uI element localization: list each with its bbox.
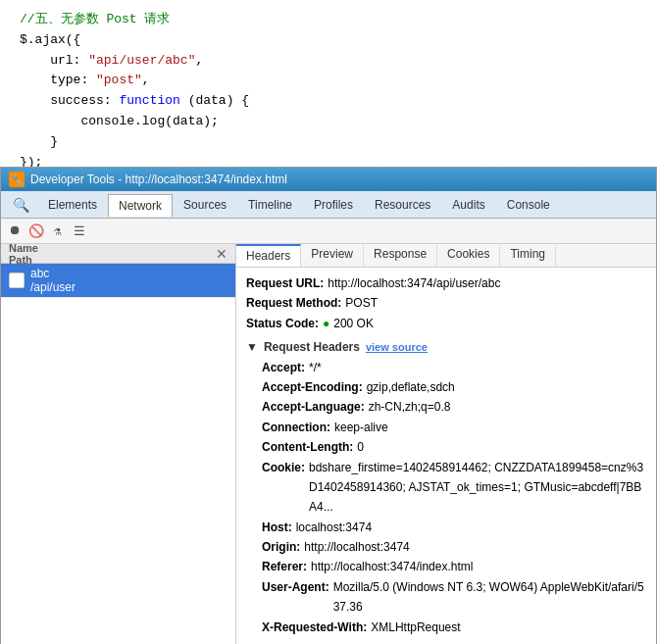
x-requested-with-value: XMLHttpRequest — [371, 618, 460, 637]
tab-profiles[interactable]: Profiles — [303, 193, 364, 216]
request-method-row: Request Method: POST — [246, 293, 646, 313]
connection-value: keep-alive — [334, 418, 388, 437]
right-panel: Headers Preview Response Cookies Timing … — [236, 244, 656, 644]
view-source-1[interactable]: view source — [366, 338, 428, 357]
code-line-4: success: function (data) { — [20, 91, 637, 112]
clear-button[interactable]: 🚫 — [28, 223, 44, 239]
network-item-name: abc — [30, 267, 76, 280]
origin-label: Origin: — [262, 537, 300, 557]
code-line-7: }); — [20, 153, 637, 167]
cookie-label: Cookie: — [262, 458, 305, 518]
accept-row: Accept: */* — [246, 358, 646, 377]
user-agent-value: Mozilla/5.0 (Windows NT 6.3; WOW64) Appl… — [333, 577, 646, 618]
path-label: NamePath — [9, 244, 38, 266]
right-content: Request URL: http://localhost:3474/api/u… — [236, 268, 656, 644]
accept-encoding-label: Accept-Encoding: — [262, 377, 363, 397]
connection-row: Connection: keep-alive — [246, 418, 646, 437]
record-button[interactable]: ⏺ — [7, 223, 23, 239]
request-url-label: Request URL: — [246, 273, 324, 293]
right-tab-response[interactable]: Response — [364, 244, 437, 267]
referer-value: http://localhost:3474/index.html — [311, 557, 473, 576]
origin-value: http://localhost:3474 — [304, 537, 409, 557]
code-line-3: type: "post", — [20, 71, 637, 91]
status-code-row: Status Code: ● 200 OK — [246, 314, 646, 333]
host-value: localhost:3474 — [296, 518, 372, 537]
right-tab-cookies[interactable]: Cookies — [437, 244, 500, 267]
right-tab-headers[interactable]: Headers — [236, 244, 301, 267]
request-method-value: POST — [345, 293, 378, 313]
status-code-label: Status Code: — [246, 314, 319, 333]
cookie-value: bdshare_firstime=1402458914462; CNZZDATA… — [309, 458, 646, 518]
code-line-1: $.ajax({ — [20, 30, 637, 51]
tab-console[interactable]: Console — [496, 193, 561, 216]
search-tab-icon[interactable]: 🔍 — [5, 193, 37, 217]
connection-label: Connection: — [262, 418, 330, 437]
code-line-2: url: "api/user/abc", — [20, 51, 637, 72]
accept-encoding-row: Accept-Encoding: gzip,deflate,sdch — [246, 377, 646, 397]
request-url-row: Request URL: http://localhost:3474/api/u… — [246, 273, 646, 293]
tab-audits[interactable]: Audits — [441, 193, 495, 216]
origin-row: Origin: http://localhost:3474 — [246, 537, 646, 557]
right-tab-timing[interactable]: Timing — [500, 244, 556, 267]
file-icon — [9, 272, 25, 288]
referer-row: Referer: http://localhost:3474/index.htm… — [246, 557, 646, 576]
cookie-row: Cookie: bdshare_firstime=1402458914462; … — [246, 458, 646, 518]
left-panel-header: NamePath ✕ — [1, 244, 235, 264]
user-agent-label: User-Agent: — [262, 577, 329, 618]
tab-network[interactable]: Network — [108, 194, 173, 217]
host-label: Host: — [262, 518, 292, 537]
close-panel-button[interactable]: ✕ — [216, 246, 227, 262]
accept-encoding-value: gzip,deflate,sdch — [367, 377, 455, 397]
accept-language-row: Accept-Language: zh-CN,zh;q=0.8 — [246, 397, 646, 417]
devtools-title: Developer Tools - http://localhost:3474/… — [30, 173, 287, 186]
network-item-content: abc /api/user — [30, 267, 76, 294]
code-area: //五、无参数 Post 请求 $.ajax({ url: "api/user/… — [0, 0, 657, 167]
list-button[interactable]: ☰ — [72, 223, 87, 239]
code-line-5: console.log(data); — [20, 112, 637, 132]
code-line-6: } — [20, 132, 637, 153]
network-list: abc /api/user — [1, 264, 235, 644]
user-agent-row: User-Agent: Mozilla/5.0 (Windows NT 6.3;… — [246, 577, 646, 618]
tab-timeline[interactable]: Timeline — [237, 193, 303, 216]
status-dot: ● — [323, 314, 329, 333]
referer-label: Referer: — [262, 557, 307, 576]
tab-elements[interactable]: Elements — [37, 193, 108, 216]
right-tab-bar: Headers Preview Response Cookies Timing — [236, 244, 656, 268]
tab-sources[interactable]: Sources — [173, 193, 237, 216]
accept-language-value: zh-CN,zh;q=0.8 — [369, 397, 451, 417]
request-method-label: Request Method: — [246, 293, 341, 313]
accept-value: */* — [309, 358, 322, 377]
code-comment: //五、无参数 Post 请求 — [20, 10, 637, 30]
devtools-icon: 🔧 — [9, 172, 25, 187]
devtools-main: NamePath ✕ abc /api/user Headers Preview… — [1, 244, 656, 644]
host-row: Host: localhost:3474 — [246, 518, 646, 537]
status-code-value: 200 OK — [333, 314, 374, 333]
x-requested-with-row: X-Requested-With: XMLHttpRequest — [246, 618, 646, 637]
content-length-value: 0 — [357, 437, 364, 457]
devtools-tab-bar: 🔍 Elements Network Sources Timeline Prof… — [1, 191, 656, 219]
network-toolbar: ⏺ 🚫 ⚗ ☰ — [1, 219, 656, 244]
request-headers-title: Request Headers — [264, 337, 360, 357]
content-length-label: Content-Length: — [262, 437, 353, 457]
filter-button[interactable]: ⚗ — [50, 223, 66, 239]
request-headers-section: ▼ Request Headers view source — [246, 337, 646, 357]
right-tab-preview[interactable]: Preview — [301, 244, 364, 267]
accept-label: Accept: — [262, 358, 305, 377]
content-length-row: Content-Length: 0 — [246, 437, 646, 457]
left-panel: NamePath ✕ abc /api/user — [1, 244, 236, 644]
devtools-window: 🔧 Developer Tools - http://localhost:347… — [0, 167, 657, 644]
network-item-abc[interactable]: abc /api/user — [1, 264, 235, 298]
request-url-value: http://localhost:3474/api/user/abc — [328, 273, 500, 293]
accept-language-label: Accept-Language: — [262, 397, 365, 417]
devtools-titlebar: 🔧 Developer Tools - http://localhost:347… — [1, 168, 656, 191]
network-item-path: /api/user — [30, 280, 76, 294]
tab-resources[interactable]: Resources — [364, 193, 441, 216]
request-headers-triangle: ▼ — [246, 337, 258, 357]
x-requested-with-label: X-Requested-With: — [262, 618, 367, 637]
